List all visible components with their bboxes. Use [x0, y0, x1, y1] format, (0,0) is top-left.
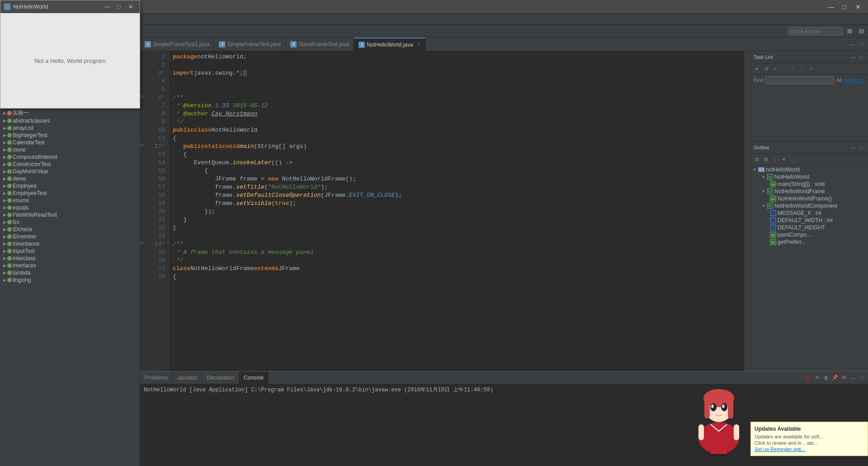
outline-sort-icon[interactable]: ↕ [771, 155, 779, 163]
tab-problems[interactable]: Problems [140, 371, 173, 384]
tree-item-employeetest[interactable]: ▶ EmployeeTest [0, 190, 140, 197]
outline-item-class-frame[interactable]: ▼ C NotHelloWorldFrame [751, 188, 868, 195]
expand-arrow[interactable]: ▼ [761, 204, 765, 208]
expand-arrow[interactable]: ▶ [2, 256, 7, 261]
tab-declaration[interactable]: Declaration [202, 371, 239, 384]
expand-arrow[interactable]: ▶ [2, 219, 7, 225]
outline-item-class-nothelloworld[interactable]: ▼ C NotHelloWorld [751, 173, 868, 181]
quick-access-input[interactable] [788, 27, 843, 35]
expand-arrow[interactable]: ▶ [2, 198, 7, 203]
expand-arrow[interactable]: ▼ [761, 175, 765, 179]
expand-arrow[interactable]: ▶ [2, 277, 7, 283]
console-pin-icon[interactable]: 📌 [831, 374, 839, 382]
outline-item-paintcompo[interactable]: m paintCompo... [751, 231, 868, 238]
expand-arrow[interactable]: ▼ [761, 189, 765, 194]
all-link[interactable]: All [836, 77, 841, 83]
close-button[interactable]: ✕ [852, 2, 864, 12]
tree-item-interfaces[interactable]: ▶ interfaces [0, 262, 140, 269]
tab-close-icon[interactable]: ✕ [417, 42, 421, 48]
task-down-icon[interactable]: ↓ [798, 65, 806, 73]
toolbar-views-button[interactable]: ⊟ [856, 26, 866, 36]
expand-arrow[interactable]: ▶ [2, 147, 7, 152]
outline-tree[interactable]: ▼ notHelloWorld ▼ C NotHelloWorld [751, 165, 868, 371]
tree-item-interclass[interactable]: ▶ interclass [0, 255, 140, 262]
tab-javadoc[interactable]: Javadoc [173, 371, 203, 384]
outline-maximize-icon[interactable]: □ [857, 143, 865, 152]
expand-arrow[interactable]: ▶ [2, 125, 7, 131]
expand-arrow[interactable]: ▶ [2, 169, 7, 174]
task-remove-icon[interactable]: − [780, 65, 788, 73]
console-maximize-icon[interactable]: □ [858, 374, 866, 382]
tree-item-inheritance[interactable]: ▶ Inheritance [0, 240, 140, 247]
outline-minimize-icon[interactable]: — [849, 143, 857, 152]
tree-item-shiyan[interactable]: ▶ 实验一 [0, 109, 140, 117]
tree-item-inputtest[interactable]: ▶ InputTest [0, 247, 140, 255]
console-stop-icon[interactable]: ■ [804, 374, 812, 382]
tab-minimize-icon[interactable]: — [848, 40, 857, 49]
task-mark-done-icon[interactable]: ✓ [807, 65, 815, 73]
console-clear-icon[interactable]: 🗑 [822, 374, 830, 382]
toolbar-perspective-button[interactable]: ⊞ [844, 26, 854, 36]
outline-filter-icon[interactable]: ▾ [780, 155, 788, 163]
expand-arrow[interactable]: ▶ [2, 270, 7, 276]
vertical-scrollbar[interactable] [744, 51, 750, 371]
expand-arrow[interactable]: ▶ [2, 118, 7, 124]
updates-reminder-link[interactable]: Set up Reminder opti... [755, 447, 864, 452]
tree-item-equals[interactable]: ▶ equals [0, 204, 140, 211]
task-find-input[interactable] [765, 76, 834, 84]
expand-arrow[interactable]: ▶ [2, 154, 7, 160]
expand-arrow[interactable]: ▶ [2, 212, 7, 218]
tree-item-idnember[interactable]: ▶ IDnember [0, 233, 140, 240]
tab-simpleframetest1[interactable]: J SimpleFrameTest1.java [140, 38, 214, 51]
tree-item-compound[interactable]: ▶ CompoundInterest [0, 153, 140, 161]
expand-arrow[interactable]: ▶ [2, 248, 7, 254]
gutter-expand[interactable]: ▷ [140, 141, 146, 149]
tree-item-fzx[interactable]: ▶ fzx [0, 219, 140, 226]
activate-link[interactable]: Activate... [844, 77, 865, 83]
window-minimize-button[interactable]: — [102, 2, 113, 11]
outline-item-field-width[interactable]: f DEFAULT_WIDTH : int [751, 217, 868, 224]
gutter-expand[interactable]: ▷ [140, 238, 146, 247]
task-add-icon[interactable]: + [771, 65, 779, 73]
tree-item-clone[interactable]: ▶ clone [0, 146, 140, 153]
outline-item-constructor[interactable]: m NotHelloWorldFrame() [751, 195, 868, 202]
tree-item-lingxing[interactable]: ▶ lingxing [0, 276, 140, 284]
expand-arrow[interactable]: ▶ [2, 241, 7, 247]
expand-arrow[interactable]: ▶ [2, 205, 7, 210]
code-editor[interactable]: ▷ ▷ [140, 51, 750, 371]
outline-item-class-component[interactable]: ▼ C NotHelloWorldComponent [751, 202, 868, 209]
expand-arrow[interactable]: ▶ [2, 133, 7, 138]
minimize-button[interactable]: — [825, 2, 837, 12]
code-content[interactable]: package notHelloWorld; import javax.swin… [169, 51, 744, 371]
expand-arrow[interactable]: ▶ [2, 162, 7, 167]
console-minimize-icon[interactable]: — [849, 374, 857, 382]
expand-arrow[interactable]: ▶ [2, 227, 7, 232]
tree-item-calendartest[interactable]: ▶ CalendarTest [0, 139, 140, 146]
tab-maximize-icon[interactable]: □ [857, 40, 866, 49]
gutter-expand[interactable]: ▷ [140, 92, 146, 100]
outline-collapse-icon[interactable]: ⊟ [753, 155, 761, 163]
tab-console[interactable]: Console [239, 371, 269, 384]
tree-item-idcheck[interactable]: ▶ IDcheck [0, 226, 140, 233]
task-filter-icon[interactable]: ▾ [753, 65, 761, 73]
tree-item-demo[interactable]: ▶ demo [0, 175, 140, 182]
window-maximize-button[interactable]: □ [113, 2, 124, 11]
tree-item-abstractclasses[interactable]: ▶ abstractclasses [0, 117, 140, 124]
outline-item-field-height[interactable]: f DEFAULT_HEIGHT [751, 224, 868, 231]
expand-arrow[interactable]: ▶ [2, 140, 7, 145]
console-settings-icon[interactable]: ⚙ [840, 374, 848, 382]
expand-arrow[interactable]: ▶ [2, 234, 7, 239]
project-tree[interactable]: J 九九乘法表.java J SimpleFrameTest.java J Si… [0, 50, 140, 466]
tree-item-arraylist[interactable]: ▶ arrayList [0, 124, 140, 132]
expand-arrow[interactable]: ▶ [2, 263, 7, 268]
expand-arrow[interactable]: ▶ [2, 110, 7, 116]
outline-item-pkg[interactable]: ▼ notHelloWorld [751, 166, 868, 173]
tree-item-filewrite[interactable]: ▶ FileWriteReadTest [0, 211, 140, 219]
expand-arrow[interactable]: ▶ [2, 190, 7, 196]
tree-item-employee[interactable]: ▶ Employee [0, 182, 140, 190]
window-close-button[interactable]: ✕ [125, 2, 136, 11]
console-remove-icon[interactable]: ✕ [813, 374, 821, 382]
expand-arrow[interactable]: ▼ [753, 167, 757, 172]
tree-item-constructor[interactable]: ▶ ConstructorTest [0, 161, 140, 168]
task-list-maximize-icon[interactable]: □ [857, 53, 865, 61]
